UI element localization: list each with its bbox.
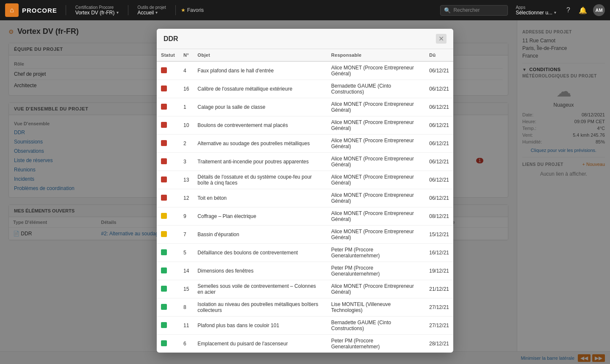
modal-title: DDR [164,35,178,43]
user-avatar[interactable]: AM [593,4,605,16]
ddr-du: 06/12/21 [425,171,453,189]
ddr-num: 11 [179,317,193,335]
apps-dropdown[interactable]: Apps Sélectionner u... [511,4,560,17]
ddr-responsable: Peter PM (Procore Generalunternehmer) [327,335,425,353]
ddr-status [157,98,179,116]
ddr-responsable: Alice MONET (Procore Entrepreneur Généra… [327,189,425,207]
status-indicator [161,286,167,292]
favorites-button[interactable]: ★ Favoris [181,7,204,13]
ddr-responsable: Peter PM (Procore Generalunternehmer) [327,262,425,280]
ddr-objet[interactable]: Défaillance des boulons de contreventeme… [193,244,327,262]
ddr-status [157,80,179,98]
ddr-objet[interactable]: Détails de l'ossature et du système coup… [193,171,327,189]
certification-dropdown[interactable]: Certification Procore Vortex DV (fr-FR) [71,4,123,17]
ddr-row: 9 Coffrage – Plan électrique Alice MONET… [157,207,453,226]
ddr-responsable: Alice MONET (Procore Entrepreneur Généra… [327,207,425,226]
ddr-status [157,189,179,207]
ddr-status [157,298,179,317]
ddr-du: 08/12/21 [425,207,453,226]
tools-label: Outils de projet [138,5,166,10]
home-button[interactable]: ⌂ [5,3,19,17]
status-indicator [161,85,167,91]
ddr-row: 2 Alternative au soudage des poutrelles … [157,135,453,153]
ddr-num: 2 [179,135,193,153]
modal-body: Statut N° Objet Responsable Dû 4 Faux pl… [157,49,453,353]
ddr-num: 3 [179,153,193,171]
ddr-status [157,317,179,335]
cert-value: Vortex DV (fr-FR) [75,10,119,16]
help-icon[interactable]: ? [564,5,573,16]
ddr-col-du: Dû [425,49,453,61]
ddr-du: 27/12/21 [425,317,453,335]
ddr-tbody: 4 Faux plafond dans le hall d'entrée Ali… [157,61,453,353]
ddr-objet[interactable]: Isolation au niveau des poutrelles métal… [193,298,327,317]
ddr-table: Statut N° Objet Responsable Dû 4 Faux pl… [157,49,453,353]
ddr-objet[interactable]: Boulons de contreventement mal placés [193,116,327,135]
ddr-col-objet: Objet [193,49,327,61]
status-indicator [161,122,167,128]
ddr-objet[interactable]: Alternative au soudage des poutrelles mé… [193,135,327,153]
ddr-status [157,116,179,135]
ddr-responsable: Peter PM (Procore Generalunternehmer) [327,244,425,262]
status-indicator [161,322,167,328]
ddr-responsable: Alice MONET (Procore Entrepreneur Généra… [327,98,425,116]
notification-icon[interactable]: 🔔 [576,5,590,16]
tools-value: Accueil [138,10,166,16]
status-indicator [161,140,167,146]
favorites-label: Favoris [187,7,204,13]
ddr-objet[interactable]: Calage pour la salle de classe [193,98,327,116]
ddr-objet[interactable]: Toit en béton [193,189,327,207]
ddr-du: 27/12/21 [425,298,453,317]
ddr-objet[interactable]: Bassin d'épuration [193,226,327,244]
apps-value: Sélectionner u... [516,10,556,16]
search-box[interactable]: 🔍 [440,5,508,16]
nav-divider-1 [66,5,66,15]
ddr-row: 6 Emplacement du puisard de l'ascenseur … [157,335,453,353]
status-indicator [161,158,167,164]
ddr-objet[interactable]: Calibre de l'ossature métallique extérie… [193,80,327,98]
main-wrapper: ⚙ Vortex DV (fr-FR) ÉQUIPE DU PROJET Rôl… [0,20,610,364]
ddr-objet[interactable]: Emplacement du puisard de l'ascenseur [193,335,327,353]
ddr-du: 06/12/21 [425,61,453,80]
ddr-col-num: N° [179,49,193,61]
ddr-du: 19/12/21 [425,262,453,280]
ddr-num: 12 [179,189,193,207]
ddr-responsable: Alice MONET (Procore Entrepreneur Généra… [327,226,425,244]
ddr-num: 14 [179,262,193,280]
ddr-du: 06/12/21 [425,153,453,171]
ddr-objet[interactable]: Coffrage – Plan électrique [193,207,327,226]
ddr-status [157,171,179,189]
ddr-objet[interactable]: Traitement anti-incendie pour poutres ap… [193,153,327,171]
app-logo: PROCORE [22,7,57,14]
ddr-objet[interactable]: Semelles sous voile de contreventement –… [193,280,327,298]
ddr-row: 5 Défaillance des boulons de contrevente… [157,244,453,262]
ddr-responsable: Alice MONET (Procore Entrepreneur Généra… [327,153,425,171]
ddr-status [157,61,179,80]
status-indicator [161,104,167,110]
ddr-row: 13 Détails de l'ossature et du système c… [157,171,453,189]
ddr-du: 06/12/21 [425,116,453,135]
ddr-num: 15 [179,280,193,298]
ddr-num: 13 [179,171,193,189]
status-indicator [161,213,167,219]
search-input[interactable] [453,7,504,13]
status-indicator [161,267,167,273]
ddr-objet[interactable]: Faux plafond dans le hall d'entrée [193,61,327,80]
ddr-status [157,244,179,262]
cert-label: Certification Procore [75,5,119,10]
ddr-status [157,207,179,226]
search-icon: 🔍 [444,7,451,14]
ddr-responsable: Alice MONET (Procore Entrepreneur Généra… [327,116,425,135]
ddr-num: 1 [179,98,193,116]
ddr-du: 28/12/21 [425,335,453,353]
ddr-status [157,262,179,280]
ddr-responsable: Alice MONET (Procore Entrepreneur Généra… [327,135,425,153]
tools-dropdown[interactable]: Outils de projet Accueil [133,4,170,17]
ddr-objet[interactable]: Dimensions des fenêtres [193,262,327,280]
ddr-objet[interactable]: Plafond plus bas dans le couloir 101 [193,317,327,335]
ddr-num: 9 [179,207,193,226]
status-indicator [161,340,167,346]
ddr-status [157,335,179,353]
modal-close-button[interactable]: ✕ [436,34,446,44]
ddr-row: 1 Calage pour la salle de classe Alice M… [157,98,453,116]
